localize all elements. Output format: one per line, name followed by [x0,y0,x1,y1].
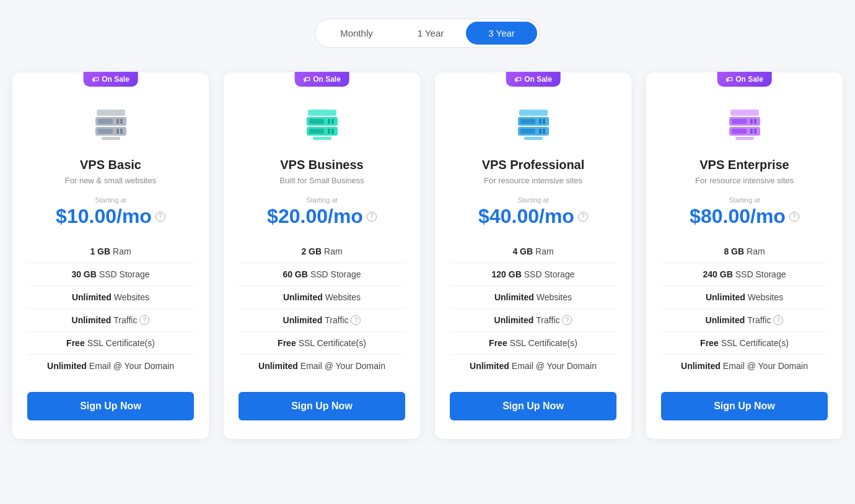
price-help-icon[interactable]: ? [578,212,588,222]
svg-rect-13 [102,137,120,140]
tag-icon: 🏷 [726,76,732,83]
svg-point-5 [116,121,119,124]
feature-bold: Unlimited [470,361,509,371]
price-row: $20.00/mo? [267,205,377,228]
tag-icon: 🏷 [303,76,310,83]
plan-name: VPS Business [280,158,364,172]
server-icon-professional [512,103,555,149]
signup-button[interactable]: Sign Up Now [239,392,405,420]
feature-text: Traffic [325,315,348,325]
svg-point-47 [750,121,753,124]
price-help-icon[interactable]: ? [789,212,799,222]
price-help-icon[interactable]: ? [367,212,377,222]
svg-point-24 [331,129,334,131]
svg-rect-0 [97,110,125,116]
svg-rect-27 [313,137,331,140]
features-list: 1 GB Ram30 GB SSD StorageUnlimited Websi… [12,240,209,377]
feature-bold: 2 GB [301,246,322,256]
plan-description: For resource intensive sites [695,176,794,185]
starting-at-label: Starting at [95,196,126,204]
svg-point-6 [120,121,123,124]
feature-text: Ram [535,246,554,256]
feature-text: Traffic [113,315,137,325]
feature-text: SSL Certificate(s) [87,338,155,348]
feature-text: Websites [325,292,361,302]
tag-icon: 🏷 [92,76,99,83]
svg-point-54 [754,131,756,134]
toggle-btn-1-year[interactable]: 1 Year [395,22,467,45]
feature-text: Email @ Your Domain [512,361,597,371]
feature-row: 60 GB SSD Storage [239,263,405,286]
plan-card-enterprise: 🏷On Sale VPS EnterpriseFor resource inte… [646,72,843,439]
feature-help-icon[interactable]: ? [351,315,361,325]
on-sale-badge: 🏷On Sale [294,72,349,87]
feature-text: SSL Certificate(s) [721,338,789,348]
server-icon-basic [89,103,133,149]
starting-at-label: Starting at [306,196,337,204]
feature-row: Unlimited Websites [450,286,616,309]
feature-bold: Unlimited [72,315,112,325]
signup-button[interactable]: Sign Up Now [661,392,828,420]
svg-point-12 [120,131,123,134]
feature-bold: Unlimited [258,361,298,371]
feature-bold: Unlimited [283,315,323,325]
plan-name: VPS Professional [482,158,585,172]
svg-point-11 [116,131,119,134]
plan-price: $10.00/mo [56,205,152,228]
feature-bold: Unlimited [283,292,323,302]
svg-point-39 [539,131,542,134]
feature-row: Free SSL Certificate(s) [450,332,616,355]
badge-label: On Sale [524,75,552,84]
feature-bold: Free [489,338,507,348]
feature-bold: Unlimited [72,292,112,302]
svg-point-46 [754,119,756,121]
feature-bold: Free [700,338,719,348]
svg-point-25 [328,131,330,134]
plan-price: $20.00/mo [267,205,363,228]
feature-text: Ram [324,246,343,256]
feature-text: Ram [747,246,765,256]
svg-point-3 [116,119,119,121]
feature-help-icon[interactable]: ? [562,315,572,325]
feature-text: SSD Storage [99,269,150,279]
feature-help-icon[interactable]: ? [773,315,783,325]
feature-bold: Unlimited [706,315,745,325]
svg-point-26 [331,131,334,134]
svg-point-45 [750,119,753,121]
svg-point-4 [120,119,123,121]
feature-row: Unlimited Traffic? [661,309,828,332]
feature-row: Unlimited Traffic? [27,309,194,332]
feature-bold: 60 GB [283,269,307,279]
plan-price: $80.00/mo [690,205,786,228]
feature-row: Unlimited Email @ Your Domain [239,355,405,377]
svg-point-38 [543,129,545,131]
feature-row: 120 GB SSD Storage [450,263,616,286]
billing-toggle[interactable]: Monthly1 Year3 Year [315,19,540,48]
signup-button[interactable]: Sign Up Now [27,392,194,420]
feature-row: Unlimited Websites [27,286,194,309]
feature-row: 2 GB Ram [239,240,405,263]
feature-row: Unlimited Email @ Your Domain [450,355,616,377]
plan-card-business: 🏷On Sale VPS BusinessBuilt for Small Bus… [224,72,420,439]
svg-point-51 [750,129,753,131]
feature-row: Unlimited Websites [661,286,828,309]
feature-bold: 120 GB [492,269,522,279]
feature-text: SSD Storage [524,269,575,279]
price-row: $10.00/mo? [56,205,165,228]
feature-row: Unlimited Email @ Your Domain [27,355,194,377]
svg-rect-16 [309,119,324,124]
feature-bold: Free [66,338,85,348]
price-help-icon[interactable]: ? [156,212,165,222]
feature-bold: Unlimited [706,292,745,302]
svg-rect-30 [520,119,535,124]
feature-help-icon[interactable]: ? [139,315,149,325]
plans-container: 🏷On Sale VPS BasicFor new & small websit… [12,72,843,439]
svg-point-37 [539,129,542,131]
svg-point-19 [328,121,330,124]
svg-point-18 [331,119,334,121]
feature-row: Unlimited Traffic? [450,309,616,332]
toggle-btn-monthly[interactable]: Monthly [318,22,395,45]
signup-button[interactable]: Sign Up Now [450,392,616,420]
on-sale-badge: 🏷On Sale [83,72,138,87]
toggle-btn-3-year[interactable]: 3 Year [466,22,537,45]
